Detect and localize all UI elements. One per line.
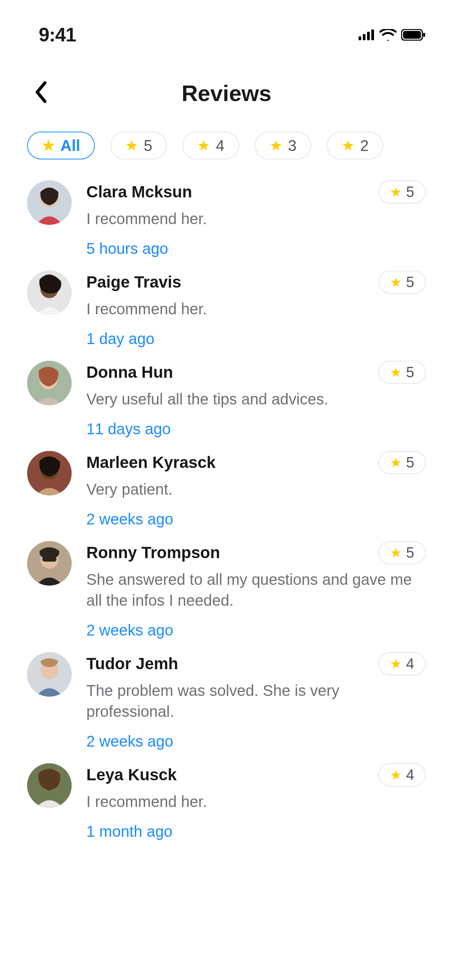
review-text: I recommend her. [86, 298, 426, 319]
rating-badge: ★ 5 [378, 541, 426, 564]
star-icon: ★ [390, 185, 402, 199]
reviewer-name: Ronny Trompson [86, 543, 220, 562]
avatar[interactable] [27, 451, 72, 495]
svg-rect-17 [42, 557, 57, 562]
review-content: Clara Mcksun ★ 5 I recommend her. 5 hour… [86, 180, 426, 257]
avatar[interactable] [27, 763, 72, 808]
battery-icon [401, 29, 426, 41]
rating-value: 5 [406, 545, 414, 561]
filter-label: 5 [144, 137, 152, 154]
review-item: Ronny Trompson ★ 5 She answered to all m… [27, 532, 426, 643]
review-time: 1 month ago [86, 823, 426, 840]
rating-value: 5 [406, 274, 414, 291]
svg-rect-0 [359, 36, 361, 40]
svg-rect-6 [423, 33, 425, 37]
star-icon: ★ [390, 657, 402, 670]
rating-value: 4 [406, 767, 414, 783]
filter-label: 2 [360, 137, 369, 154]
review-content: Donna Hun ★ 5 Very useful all the tips a… [86, 361, 426, 438]
star-icon: ★ [341, 138, 355, 153]
back-button[interactable] [27, 79, 54, 106]
review-item: Leya Kusck ★ 4 I recommend her. 1 month … [27, 754, 426, 844]
filter-pill-all[interactable]: ★ All [27, 132, 95, 159]
review-content: Ronny Trompson ★ 5 She answered to all m… [86, 541, 426, 639]
review-content: Tudor Jemh ★ 4 The problem was solved. S… [86, 652, 426, 750]
reviewer-name: Clara Mcksun [86, 183, 192, 201]
filter-pill-4[interactable]: ★ 4 [182, 132, 239, 159]
filter-pill-3[interactable]: ★ 3 [255, 132, 311, 159]
avatar[interactable] [27, 652, 72, 697]
review-time: 11 days ago [86, 420, 426, 438]
review-content: Leya Kusck ★ 4 I recommend her. 1 month … [86, 763, 426, 840]
rating-badge: ★ 5 [378, 361, 426, 384]
filter-label: All [60, 137, 80, 154]
star-icon: ★ [269, 138, 283, 153]
filter-pill-5[interactable]: ★ 5 [110, 132, 167, 159]
review-time: 5 hours ago [86, 240, 426, 257]
star-icon: ★ [125, 138, 138, 153]
filter-label: 3 [288, 137, 297, 154]
svg-rect-3 [371, 29, 374, 40]
review-text: I recommend her. [86, 791, 426, 812]
star-icon: ★ [390, 546, 402, 559]
review-item: Paige Travis ★ 5 I recommend her. 1 day … [27, 261, 426, 351]
review-text: Very useful all the tips and advices. [86, 389, 426, 409]
review-time: 2 weeks ago [86, 511, 426, 528]
avatar[interactable] [27, 271, 72, 315]
rating-badge: ★ 4 [378, 763, 426, 786]
status-icons [359, 29, 426, 41]
reviewer-name: Leya Kusck [86, 766, 177, 784]
star-icon: ★ [390, 276, 402, 289]
review-text: She answered to all my questions and gav… [86, 569, 426, 611]
review-text: The problem was solved. She is very prof… [86, 680, 426, 722]
rating-value: 5 [406, 454, 414, 471]
reviews-list: Clara Mcksun ★ 5 I recommend her. 5 hour… [0, 159, 453, 844]
filter-label: 4 [216, 137, 224, 154]
status-bar: 9:41 [0, 0, 453, 50]
review-item: Donna Hun ★ 5 Very useful all the tips a… [27, 351, 426, 442]
review-time: 2 weeks ago [86, 622, 426, 639]
star-icon: ★ [197, 138, 210, 153]
star-icon: ★ [390, 768, 402, 781]
avatar[interactable] [27, 541, 72, 586]
review-item: Marleen Kyrasck ★ 5 Very patient. 2 week… [27, 442, 426, 532]
page-title: Reviews [182, 80, 271, 106]
avatar[interactable] [27, 361, 72, 405]
star-icon: ★ [42, 138, 55, 153]
avatar[interactable] [27, 180, 72, 225]
review-content: Marleen Kyrasck ★ 5 Very patient. 2 week… [86, 451, 426, 528]
reviewer-name: Marleen Kyrasck [86, 453, 216, 472]
reviewer-name: Tudor Jemh [86, 654, 178, 673]
status-time: 9:41 [39, 24, 76, 46]
filter-pill-2[interactable]: ★ 2 [327, 132, 383, 159]
chevron-left-icon [34, 81, 47, 105]
review-time: 2 weeks ago [86, 733, 426, 750]
review-item: Clara Mcksun ★ 5 I recommend her. 5 hour… [27, 171, 426, 261]
star-icon: ★ [390, 456, 402, 469]
rating-badge: ★ 4 [378, 652, 426, 675]
reviewer-name: Donna Hun [86, 363, 173, 382]
review-item: Tudor Jemh ★ 4 The problem was solved. S… [27, 643, 426, 754]
review-text: Very patient. [86, 479, 426, 500]
svg-rect-5 [403, 31, 421, 39]
rating-value: 4 [406, 656, 414, 672]
rating-badge: ★ 5 [378, 271, 426, 294]
nav-bar: Reviews [0, 66, 453, 120]
review-text: I recommend her. [86, 208, 426, 229]
cellular-signal-icon [359, 29, 375, 40]
reviewer-name: Paige Travis [86, 273, 181, 291]
rating-badge: ★ 5 [378, 180, 426, 204]
wifi-icon [379, 29, 396, 41]
filter-bar: ★ All ★ 5 ★ 4 ★ 3 ★ 2 [0, 132, 453, 159]
review-time: 1 day ago [86, 330, 426, 348]
review-content: Paige Travis ★ 5 I recommend her. 1 day … [86, 271, 426, 348]
star-icon: ★ [390, 366, 402, 379]
svg-rect-2 [367, 32, 370, 40]
rating-value: 5 [406, 364, 414, 381]
svg-rect-1 [363, 34, 365, 40]
rating-badge: ★ 5 [378, 451, 426, 474]
rating-value: 5 [406, 184, 414, 200]
